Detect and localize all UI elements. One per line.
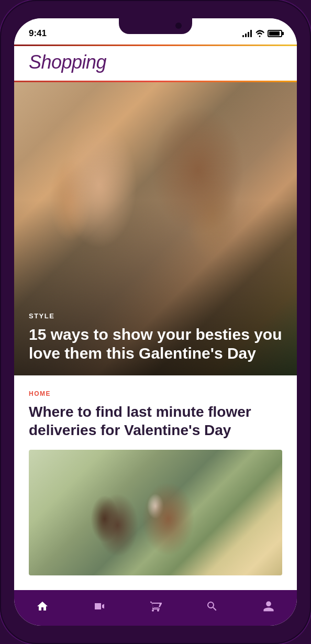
- video-icon: [92, 599, 106, 613]
- home-icon: [36, 599, 49, 613]
- article-image-container: [29, 450, 282, 575]
- nav-home[interactable]: [27, 597, 58, 615]
- search-icon: [205, 599, 219, 613]
- nav-profile[interactable]: [253, 597, 284, 615]
- second-article-card[interactable]: HOME Where to find last minute flower de…: [14, 375, 297, 575]
- hero-article[interactable]: STYLE 15 ways to show your besties you l…: [14, 82, 297, 375]
- status-icons: [242, 30, 282, 37]
- app-title: Shopping: [29, 51, 282, 73]
- scroll-content[interactable]: STYLE 15 ways to show your besties you l…: [14, 82, 297, 590]
- article-title: Where to find last minute flower deliver…: [29, 403, 282, 439]
- signal-icon: [242, 30, 252, 37]
- status-time: 9:41: [29, 28, 47, 39]
- nav-cart[interactable]: [140, 597, 171, 615]
- profile-icon: [262, 599, 275, 613]
- phone-frame: 9:41 Shopping: [0, 0, 311, 644]
- battery-icon: [268, 30, 282, 37]
- cart-icon: [149, 599, 162, 613]
- wifi-icon: [255, 30, 264, 37]
- nav-search[interactable]: [197, 597, 227, 615]
- nav-video[interactable]: [84, 597, 114, 615]
- hero-category: STYLE: [29, 312, 282, 320]
- app-header: Shopping: [14, 46, 297, 82]
- camera-dot: [175, 23, 182, 29]
- article-category: HOME: [29, 390, 282, 397]
- article-image-overlay: [29, 450, 282, 575]
- hero-text-overlay: STYLE 15 ways to show your besties you l…: [14, 299, 297, 375]
- hero-title: 15 ways to show your besties you love th…: [29, 325, 282, 363]
- notch: [119, 18, 192, 34]
- article-image: [29, 450, 282, 575]
- bottom-nav: [14, 590, 297, 626]
- phone-screen: 9:41 Shopping: [14, 18, 297, 626]
